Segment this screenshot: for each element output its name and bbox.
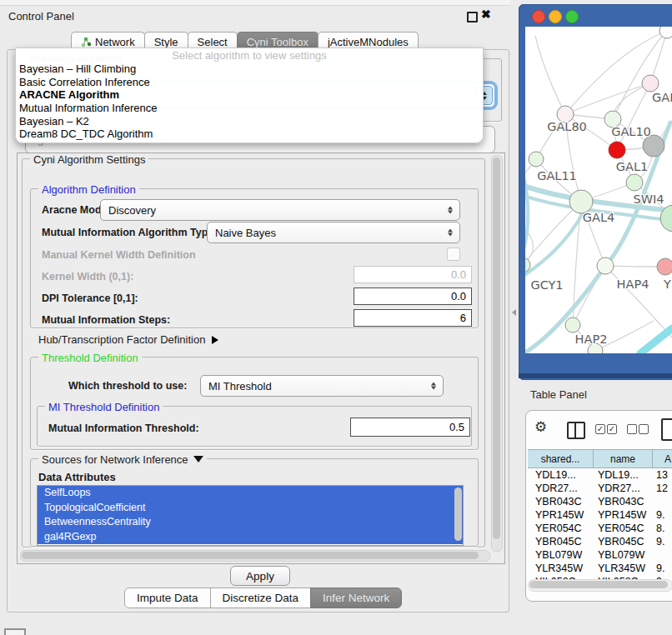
columns-icon[interactable] — [567, 422, 585, 439]
table-cell: YBR045C — [594, 536, 653, 548]
kernel-width-label: Kernel Width (0,1): — [42, 271, 133, 282]
tab-label: Impute Data — [137, 592, 198, 604]
mi-type-combobox[interactable]: Naive Bayes — [207, 222, 460, 243]
unchecked-checkbox-icon[interactable] — [639, 424, 649, 434]
which-threshold-label: Which threshold to use: — [68, 380, 187, 392]
close-icon[interactable]: ✖ — [481, 8, 491, 21]
network-node-label: GAL1 — [616, 160, 648, 173]
dropdown-item-selected[interactable]: ARACNE Algorithm — [16, 88, 483, 102]
checked-checkbox-icon[interactable]: ✓ — [595, 424, 605, 434]
table-row[interactable]: YPR145WYPR145W9. — [528, 508, 672, 522]
mi-threshold-field[interactable]: 0.5 — [350, 418, 470, 437]
mi-threshold-label: Mutual Information Threshold: — [48, 422, 199, 434]
table-body: YDL19...YDL19...13YDR27...YDR27...12YBR0… — [528, 468, 672, 588]
list-item-selected[interactable]: gal4RGexp — [38, 530, 463, 545]
network-node-label: Y — [663, 278, 671, 291]
apply-button[interactable]: Apply — [230, 566, 290, 586]
table-cell: 12 — [653, 482, 672, 494]
combo-value: MI Threshold — [208, 376, 272, 396]
algorithm-definition-title: Algorithm Definition — [38, 183, 139, 196]
sources-group-title[interactable]: Sources for Network Inference — [38, 453, 207, 466]
table-cell: YBR043C — [528, 496, 594, 508]
table-horizontal-scrollbar-thumb[interactable] — [529, 581, 668, 588]
table-row[interactable]: YBL079WYBL079W — [528, 548, 672, 562]
column-header-name[interactable]: name — [594, 449, 653, 468]
network-node-label: GCY1 — [530, 278, 563, 292]
splitpane-collapse-icon[interactable] — [512, 309, 516, 316]
network-node-y[interactable] — [657, 258, 672, 275]
dpi-tolerance-field[interactable]: 0.0 — [354, 288, 472, 305]
partial-toolbar-icon[interactable] — [661, 418, 672, 441]
dropdown-item[interactable]: Bayesian – K2 — [16, 115, 483, 128]
network-node-hap4[interactable] — [597, 258, 614, 274]
table-cell: YER054C — [594, 522, 653, 534]
which-threshold-combobox[interactable]: MI Threshold — [200, 375, 444, 397]
expanded-arrow-icon — [193, 456, 203, 462]
table-row[interactable]: YDR27...YDR27...12 — [528, 482, 672, 495]
combo-value: Naive Bayes — [215, 222, 276, 242]
table-cell: 13 — [653, 469, 672, 481]
list-item-selected[interactable]: BetweennessCentrality — [38, 515, 463, 530]
network-node-label: HAP4 — [617, 278, 649, 291]
network-icon — [81, 37, 92, 48]
dropdown-item[interactable]: Dream8 DC_TDC Algorithm — [16, 128, 483, 141]
settings-horizontal-scrollbar-thumb[interactable] — [22, 552, 479, 559]
network-node-label: GAL4 — [583, 211, 614, 224]
tab-label: Cyni Toolbox — [247, 36, 308, 48]
unchecked-checkbox-icon[interactable] — [627, 424, 637, 434]
network-node-gal11[interactable] — [529, 152, 544, 167]
hub-definition-toggle[interactable]: Hub/Transcription Factor Definition — [38, 333, 218, 346]
table-row[interactable]: YER054CYER054C8. — [528, 522, 672, 535]
network-node-gal[interactable] — [642, 75, 659, 92]
aracne-mode-combobox[interactable]: Discovery — [100, 199, 460, 221]
float-window-icon[interactable] — [467, 12, 478, 22]
column-header-shared-name[interactable]: shared... — [528, 449, 594, 468]
tab-infer-network[interactable]: Infer Network — [310, 588, 402, 608]
table-cell: YBR045C — [528, 536, 594, 548]
manual-kernel-checkbox[interactable] — [447, 248, 460, 261]
combo-arrows-icon — [431, 382, 436, 390]
window-frame-bottom — [519, 373, 672, 378]
kernel-width-field[interactable]: 0.0 — [354, 266, 472, 283]
network-node-gal1[interactable] — [626, 174, 643, 191]
combo-arrows-icon — [448, 229, 453, 237]
list-item-selected[interactable]: TopologicalCoefficient — [38, 501, 463, 516]
tab-label: Infer Network — [323, 592, 389, 604]
data-attributes-list: SelfLoops TopologicalCoefficient Between… — [37, 485, 464, 546]
table-row[interactable]: YBR043CYBR043C — [528, 495, 672, 508]
dropdown-item[interactable]: Basic Correlation Inference — [16, 76, 483, 89]
network-node[interactable] — [609, 142, 625, 158]
column-header-partial[interactable]: A — [653, 449, 672, 468]
dropdown-placeholder: Select algorithm to view settings — [16, 48, 483, 62]
data-attributes-label: Data Attributes — [38, 471, 116, 483]
tab-label: Style — [154, 36, 178, 48]
manual-kernel-label: Manual Kernel Width Definition — [42, 249, 196, 261]
settings-vertical-scrollbar-thumb[interactable] — [493, 158, 500, 539]
tab-discretize-data[interactable]: Discretize Data — [210, 588, 312, 608]
network-node-gal4[interactable] — [569, 190, 593, 213]
gear-icon[interactable]: ⚙ — [534, 418, 547, 435]
table-row[interactable]: YBR045CYBR045C9. — [528, 535, 672, 548]
minimized-panel-icon[interactable] — [4, 628, 26, 635]
dropdown-item[interactable]: Bayesian – Hill Climbing — [16, 62, 483, 76]
table-cell: 9. — [653, 509, 672, 521]
table-cell: 9. — [653, 536, 672, 548]
network-node-hap2[interactable] — [565, 318, 580, 332]
tab-impute-data[interactable]: Impute Data — [124, 588, 211, 608]
list-item-selected[interactable]: SelfLoops — [38, 486, 463, 501]
close-traffic-light[interactable] — [533, 11, 545, 23]
table-cell: YDR27... — [594, 482, 653, 494]
minimize-traffic-light[interactable] — [549, 11, 562, 23]
list-vertical-scrollbar[interactable] — [454, 488, 462, 541]
mi-steps-field[interactable]: 6 — [354, 309, 472, 327]
zoom-traffic-light[interactable] — [566, 11, 579, 23]
table-row[interactable]: YLR345WYLR345W9. — [528, 562, 672, 575]
network-view-window[interactable]: GALGAL80GAL10GAL1GAL11SWI4GAL4GCY1HAP4YH… — [519, 4, 672, 380]
network-node-label: GAL80 — [547, 120, 587, 133]
checked-checkbox-icon[interactable]: ✓ — [607, 424, 617, 434]
dropdown-item[interactable]: Mutual Information Inference — [16, 102, 483, 115]
network-node-label: GAL — [652, 91, 672, 104]
network-node-label: SWI4 — [633, 192, 664, 206]
table-row[interactable]: YDL19...YDL19...13 — [528, 468, 672, 482]
table-cell: 8. — [653, 522, 672, 534]
